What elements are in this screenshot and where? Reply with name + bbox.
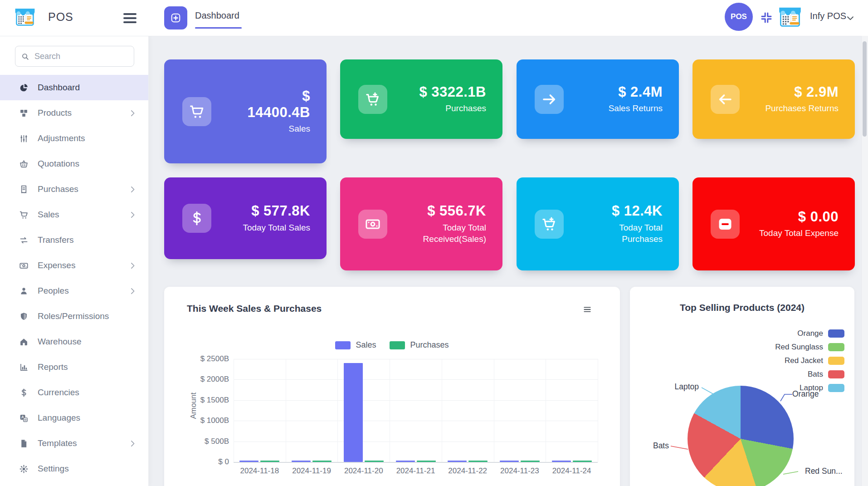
sidebar-item-sales[interactable]: Sales	[0, 202, 148, 227]
chevron-right-icon	[128, 261, 137, 270]
sidebar-item-label: Roles/Permissions	[38, 311, 137, 321]
pie-legend-item-red-sunglass[interactable]: Red Sunglass	[775, 340, 844, 354]
workspace-logo-icon[interactable]	[776, 4, 804, 31]
bar-chart-plot: $ 2500B$ 2000B$ 1500B$ 1000B$ 500B$ 0202…	[164, 287, 620, 486]
y-axis-tick-label: $ 500B	[185, 437, 229, 446]
sidebar-item-settings[interactable]: Settings	[0, 456, 148, 481]
pie-legend-item-red-jacket[interactable]: Red Jacket	[775, 354, 844, 368]
sidebar-item-dashboard[interactable]: Dashboard	[0, 75, 148, 100]
sidebar-item-label: Adjustments	[38, 133, 137, 143]
sidebar-item-adjustments[interactable]: Adjustments	[0, 126, 148, 151]
sidebar-item-reports[interactable]: Reports	[0, 354, 148, 380]
pie-legend-label: Orange	[797, 329, 823, 338]
pie-chart-icon	[19, 83, 29, 93]
stat-card-label: Sales	[288, 123, 310, 135]
x-axis-tick-label: 2024-11-24	[546, 466, 598, 476]
chevron-right-icon	[128, 108, 137, 118]
sidebar-item-label: Peoples	[38, 286, 119, 296]
stat-card-value: $ 12.4K	[612, 203, 663, 219]
sidebar-item-label: Templates	[38, 438, 119, 448]
stat-card-value: $ 556.7K	[427, 203, 486, 219]
breadcrumb[interactable]: Dashboard	[195, 10, 239, 21]
x-axis-tick-label: 2024-11-21	[390, 466, 442, 476]
sidebar-item-languages[interactable]: ALanguages	[0, 405, 148, 431]
sidebar-item-quotations[interactable]: Quotations	[0, 151, 148, 177]
stat-card-label: Purchases Returns	[765, 103, 839, 114]
sidebar-item-peoples[interactable]: Peoples	[0, 278, 148, 304]
sidebar-item-label: Currencies	[38, 388, 137, 398]
chevron-right-icon	[128, 439, 137, 448]
stat-card-value: $ 3322.1B	[419, 84, 486, 100]
bar-purchases-2024-11-19	[312, 461, 332, 462]
chevron-right-icon	[128, 286, 137, 296]
sidebar-item-currencies[interactable]: Currencies	[0, 380, 148, 405]
scrollbar-thumb[interactable]	[863, 41, 867, 137]
dollar-icon	[19, 388, 29, 398]
stat-card-iconbox	[711, 210, 740, 239]
workspace-dropdown[interactable]: Infy POS	[810, 11, 846, 21]
sidebar-item-label: Purchases	[38, 184, 119, 194]
card-minus-icon	[717, 216, 733, 232]
sidebar-item-templates[interactable]: Templates	[0, 431, 148, 456]
bar-purchases-2024-11-24	[573, 461, 592, 462]
x-axis-tick-label: 2024-11-23	[494, 466, 546, 476]
stat-card-value: $ 2.4M	[618, 84, 663, 100]
compress-icon[interactable]	[760, 11, 773, 24]
stat-card-iconbox	[358, 210, 387, 239]
stat-card-iconbox	[182, 97, 211, 126]
stat-card-iconbox	[182, 204, 211, 233]
stat-card-today-total-sales: $ 577.8KToday Total Sales	[164, 177, 327, 259]
sidebar-item-warehouse[interactable]: Warehouse	[0, 329, 148, 354]
stat-card-iconbox	[535, 85, 564, 114]
store-logo-icon	[13, 5, 37, 29]
sidebar-item-purchases[interactable]: Purchases	[0, 177, 148, 202]
y-axis-tick-label: $ 2000B	[185, 375, 229, 384]
sidebar-item-transfers[interactable]: Transfers	[0, 227, 148, 253]
bar-sales-2024-11-24	[552, 461, 571, 462]
quick-add-button[interactable]	[164, 6, 187, 29]
bar-sales-2024-11-22	[448, 461, 467, 462]
pie-legend-swatch	[828, 357, 844, 365]
boxes-icon	[19, 108, 29, 118]
translate-icon: A	[19, 413, 29, 423]
bar-purchases-2024-11-22	[468, 461, 488, 462]
search-input[interactable]	[34, 51, 128, 62]
x-axis-tick-label: 2024-11-20	[338, 466, 390, 476]
y-axis-tick-label: $ 0	[185, 457, 229, 466]
gridline	[390, 359, 390, 462]
stat-card-sales: $ 14400.4BSales	[164, 59, 327, 163]
sales-purchases-panel: This Week Sales & Purchases SalesPurchas…	[164, 287, 620, 486]
pie-callout-line	[780, 394, 792, 401]
chevron-down-icon[interactable]	[845, 13, 855, 23]
cart-plus-icon	[541, 216, 557, 232]
page-scrollbar[interactable]	[861, 36, 868, 486]
stat-card-value: $ 14400.4B	[240, 88, 310, 120]
chevron-right-icon	[128, 210, 137, 220]
bar-sales-2024-11-23	[500, 461, 519, 462]
pie-callout-label-laptop: Laptop	[657, 382, 699, 392]
gridline	[234, 359, 234, 462]
pie-legend-item-orange[interactable]: Orange	[775, 327, 844, 340]
sidebar-toggle-button[interactable]	[123, 13, 137, 25]
sidebar-item-expenses[interactable]: Expenses	[0, 253, 148, 278]
sidebar-item-label: Expenses	[38, 260, 119, 270]
pie-legend-item-bats[interactable]: Bats	[775, 368, 844, 381]
sidebar-item-roles-permissions[interactable]: Roles/Permissions	[0, 304, 148, 329]
pie-callout-line	[671, 446, 688, 449]
pie-legend-label: Red Jacket	[785, 356, 823, 365]
arrow-right-icon	[541, 91, 557, 108]
gridline	[234, 359, 598, 359]
sliders-icon	[19, 134, 29, 143]
pos-mode-button[interactable]: POS	[725, 3, 753, 31]
stat-card-label: Today Total Purchases	[583, 222, 663, 245]
stat-card-value: $ 2.9M	[794, 84, 839, 100]
plus-icon	[170, 12, 182, 24]
gridline	[234, 442, 598, 442]
search-icon	[21, 52, 29, 61]
pie-legend-label: Red Sunglass	[775, 343, 823, 352]
person-icon	[19, 286, 29, 296]
bar-sales-2024-11-20	[344, 363, 363, 462]
sidebar-item-products[interactable]: Products	[0, 100, 148, 126]
bar-purchases-2024-11-18	[260, 461, 279, 462]
stat-card-label: Today Total Received(Sales)	[407, 222, 486, 245]
